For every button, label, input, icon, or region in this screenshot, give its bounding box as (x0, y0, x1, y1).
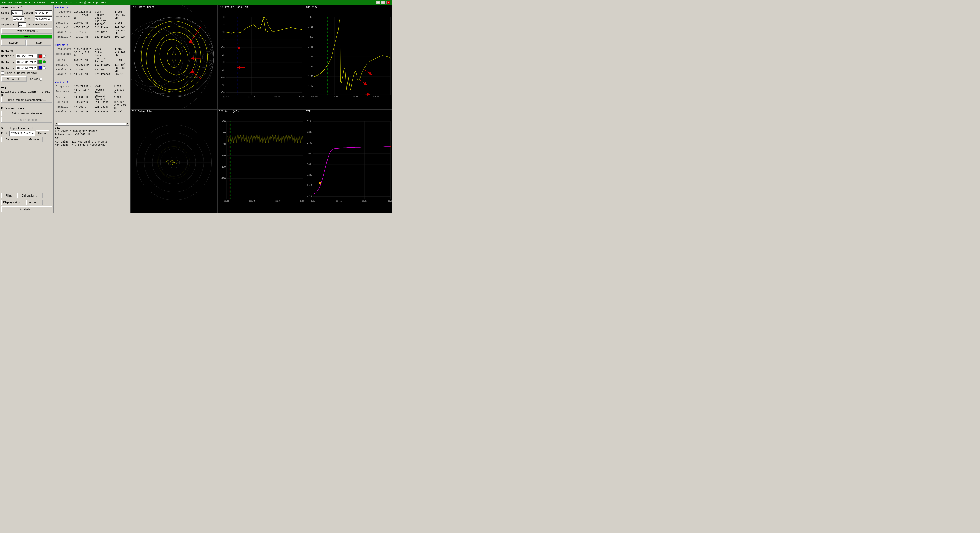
svg-text:2.46: 2.46 (309, 46, 313, 48)
sweep-settings-button[interactable]: Sweep settings ... (1, 28, 52, 34)
title-bar: NanoVNA Saver 0.3.10 (Sweep: 2023-11-12 … (0, 0, 392, 5)
locked-radio[interactable] (39, 78, 43, 81)
s21-gain-title: S21 Gain (dB) (219, 110, 239, 113)
s21-max-gain: Max gain: -77.763 dB @ 409.638MHz (55, 144, 129, 146)
segments-label: Segments (1, 23, 18, 26)
svg-text:1.77: 1.77 (309, 65, 313, 68)
start-input[interactable] (11, 11, 23, 15)
marker2-info-block: Marker 2 Frequency:189.738 MHzVSWR:1.487… (55, 43, 129, 76)
maximize-button[interactable]: □ (381, 1, 385, 4)
svg-text:66.5m: 66.5m (362, 200, 367, 202)
marker2-freq-input[interactable] (16, 60, 38, 64)
svg-text:249.: 249. (307, 142, 312, 144)
segments-input[interactable] (18, 22, 26, 27)
enable-delta-row: Enable Delta Marker (1, 72, 52, 75)
svg-rect-23 (218, 13, 304, 102)
show-data-button[interactable]: Show data (1, 76, 27, 82)
marker1-color (38, 54, 42, 58)
svg-text:33.4m: 33.4m (336, 200, 341, 202)
svg-text:-40: -40 (221, 76, 225, 78)
svg-text:-15: -15 (221, 38, 225, 41)
polar-title: S21 Polar Plot (132, 110, 153, 113)
svg-text:-10: -10 (221, 31, 225, 34)
svg-text:333.4M: 333.4M (249, 200, 255, 202)
svg-text:208.: 208. (307, 152, 312, 155)
svg-text:-5: -5 (222, 24, 225, 26)
marker2-radio[interactable] (43, 61, 46, 64)
stop-button[interactable]: Stop (26, 40, 51, 46)
reset-reference-button[interactable]: Reset reference (1, 117, 52, 123)
return-loss-panel: S11 Return Loss (dB) (218, 5, 305, 109)
s11-min-vswr: Min VSWR: 1.026 @ 912.337MHz (55, 130, 129, 133)
svg-text:333.4M: 333.4M (248, 96, 255, 98)
tdr-button[interactable]: Time Domain Reflectometry ... (1, 97, 52, 103)
s21-gain-panel: S21 Gain (dB) (218, 109, 305, 214)
start-label: Start (1, 11, 11, 14)
cable-length: Estimated cable length: 2.951 m (1, 90, 52, 96)
display-setup-button[interactable]: Display setup ... (1, 199, 25, 205)
svg-text:-30: -30 (221, 61, 225, 64)
svg-rect-61 (305, 13, 392, 102)
sweep-button[interactable]: Sweep (1, 40, 25, 46)
smith-chart-panel: S11 Smith Chart (130, 5, 218, 109)
return-loss-title: S11 Return Loss (dB) (219, 6, 250, 9)
rescan-button[interactable]: Rescan (36, 131, 49, 136)
marker1-info-block: Marker 1 Frequency:186.272 MHzVSWR:1.086… (55, 6, 129, 39)
tdr-panel: TDR (305, 109, 392, 214)
s21-min-gain: Min gain: -118.761 dB @ 272.449MHz (55, 140, 129, 143)
polar-plot-panel: S21 Polar Plot (130, 109, 218, 214)
about-button[interactable]: About ... (26, 199, 43, 205)
span-input[interactable] (35, 16, 52, 21)
marker3-freq-input[interactable] (16, 65, 38, 70)
svg-text:-35: -35 (221, 69, 225, 71)
disconnect-button[interactable]: Disconnect (1, 137, 24, 142)
port-select[interactable]: COM3 (S-A-A-2) (10, 131, 35, 136)
svg-text:2.8: 2.8 (310, 36, 313, 38)
reference-sweep-label: Reference sweep (1, 107, 52, 110)
svg-text:216.0M: 216.0M (352, 96, 358, 98)
left-panel: Sweep control Start Center Stop Span Seg… (0, 5, 54, 213)
svg-text:-20: -20 (221, 46, 225, 49)
svg-text:128.: 128. (307, 174, 312, 176)
tdr-title: TDR (306, 110, 311, 113)
marker2-info-title: Marker 2 (55, 43, 129, 46)
horizontal-scrollbar[interactable]: ◄ ► (55, 122, 129, 126)
vswr-panel: S11 VSWR (305, 5, 392, 109)
files-button[interactable]: Files (1, 193, 16, 198)
svg-text:329.: 329. (307, 120, 312, 122)
serial-port-section: Serial port control Port COM3 (S-A-A-2) … (1, 127, 52, 143)
enable-delta-checkbox[interactable] (1, 72, 4, 75)
tdr-section: TDR Estimated cable length: 2.951 m Time… (1, 87, 52, 103)
step-label: 495.3kHz/step (27, 23, 47, 26)
marker3-radio[interactable] (43, 66, 46, 69)
svg-text:50.0k: 50.0k (223, 96, 229, 98)
s21-section-title: S21 (55, 137, 129, 140)
charts-area: S11 Smith Chart (130, 5, 392, 213)
center-label: Center (24, 11, 34, 14)
svg-rect-112 (218, 116, 304, 206)
marker3-color (38, 66, 42, 70)
svg-text:1.42: 1.42 (309, 75, 313, 78)
svg-text:-80: -80 (222, 131, 226, 134)
marker3-info-block: Marker 3 Frequency:183.795 MHzVSWR:1.503… (55, 81, 129, 113)
svg-text:1.000G: 1.000G (299, 96, 304, 98)
calibration-button[interactable]: Calibration ... (17, 193, 43, 198)
port-label: Port (1, 132, 9, 135)
svg-text:289.: 289. (307, 131, 312, 133)
marker1-freq-input[interactable] (16, 54, 38, 58)
close-button[interactable]: ✕ (386, 1, 390, 4)
minimize-button[interactable]: ─ (376, 1, 380, 4)
set-current-reference-button[interactable]: Set current as reference (1, 110, 52, 116)
svg-text:168.: 168. (307, 163, 312, 165)
svg-text:85.0: 85.0 (307, 185, 312, 187)
analysis-button[interactable]: Analysis ... (1, 206, 52, 212)
svg-text:99.9m: 99.9m (388, 200, 392, 202)
svg-text:-110: -110 (221, 166, 226, 168)
center-input[interactable] (35, 11, 52, 15)
marker1-radio[interactable] (43, 54, 46, 57)
manage-button[interactable]: Manage (25, 137, 43, 142)
app-title: NanoVNA Saver 0.3.10 (Sweep: 2023-11-12 … (2, 1, 108, 4)
svg-text:-70: -70 (222, 120, 226, 122)
svg-text:1.000G: 1.000G (300, 200, 304, 202)
stop-input[interactable] (13, 16, 24, 21)
